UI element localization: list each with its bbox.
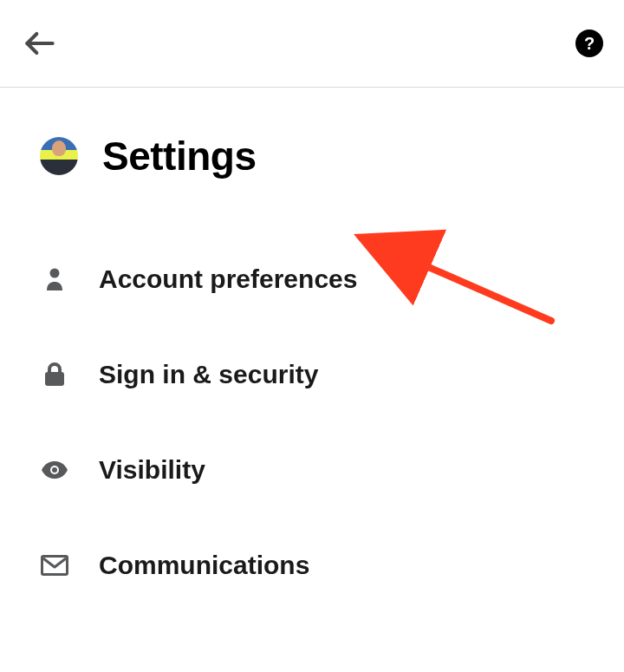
page-heading-row: Settings: [40, 133, 584, 179]
menu-item-communications[interactable]: Communications: [40, 518, 584, 613]
menu-item-visibility[interactable]: Visibility: [40, 422, 584, 518]
svg-point-4: [52, 467, 57, 473]
help-icon[interactable]: ?: [575, 29, 603, 57]
menu-label: Account preferences: [99, 264, 357, 294]
menu-label: Sign in & security: [99, 360, 318, 389]
back-arrow-icon[interactable]: [21, 24, 59, 62]
svg-point-1: [50, 269, 60, 278]
topbar: ?: [0, 0, 624, 88]
lock-icon: [40, 362, 69, 388]
avatar[interactable]: [40, 137, 78, 175]
menu-label: Visibility: [99, 455, 205, 485]
person-icon: [40, 267, 69, 291]
menu-item-sign-in-security[interactable]: Sign in & security: [40, 327, 584, 422]
settings-content: Settings Account preferences Sign in & s…: [0, 88, 624, 613]
svg-rect-2: [45, 372, 64, 386]
menu-item-account-preferences[interactable]: Account preferences: [40, 232, 584, 327]
menu-label: Communications: [99, 551, 309, 580]
mail-icon: [40, 555, 69, 576]
page-title: Settings: [102, 133, 256, 179]
eye-icon: [40, 460, 69, 480]
